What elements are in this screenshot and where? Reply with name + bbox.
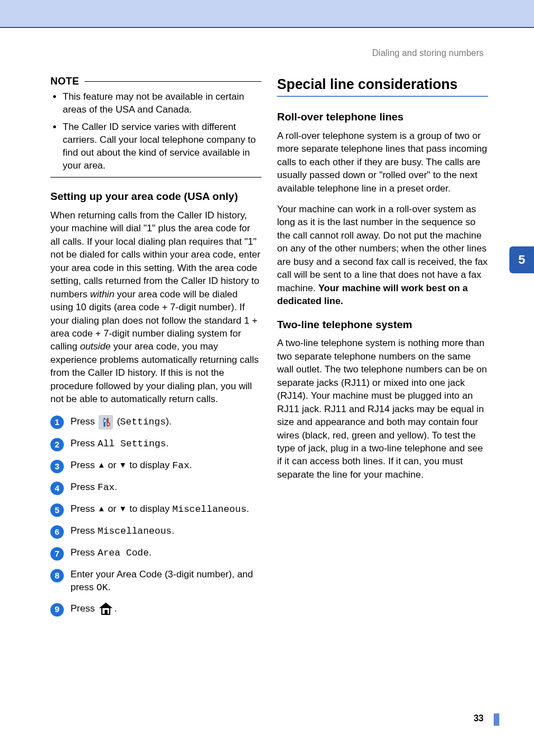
- rollover-p2: Your machine can work in a roll-over sys…: [277, 203, 488, 308]
- text: or: [105, 460, 119, 470]
- step-number: 6: [50, 525, 64, 539]
- menu-label: OK: [96, 582, 107, 593]
- page-content: NOTE This feature may not be available i…: [50, 76, 488, 624]
- menu-label: Miscellaneous: [97, 526, 172, 536]
- step-body: Press (Settings).: [71, 415, 261, 430]
- text: to display: [127, 460, 172, 470]
- step-5: 5 Press ▲ or ▼ to display Miscellaneous.: [50, 503, 261, 517]
- step-body: Enter your Area Code (3-digit number), a…: [71, 568, 261, 595]
- settings-label: Settings: [120, 417, 166, 427]
- text: ).: [166, 416, 171, 427]
- text-italic: outside: [80, 341, 111, 352]
- step-9: 9 Press .: [50, 603, 261, 617]
- text: Press: [71, 525, 97, 536]
- step-number: 2: [50, 438, 64, 451]
- text: Press: [71, 438, 97, 449]
- down-arrow-icon: ▼: [119, 504, 127, 513]
- step-body: Press All Settings.: [71, 437, 261, 451]
- step-7: 7 Press Area Code.: [50, 547, 261, 561]
- special-line-heading: Special line considerations: [277, 76, 488, 92]
- step-body: Press Miscellaneous.: [71, 525, 261, 538]
- note-heading: NOTE: [50, 76, 261, 87]
- home-icon: [99, 603, 113, 616]
- step-body: Press Area Code.: [71, 547, 261, 560]
- menu-label: Miscellaneous: [172, 504, 247, 515]
- step-number: 1: [50, 416, 64, 429]
- text: Press: [71, 547, 97, 558]
- step-4: 4 Press Fax.: [50, 481, 261, 495]
- step-2: 2 Press All Settings.: [50, 437, 261, 451]
- step-body: Press .: [71, 603, 261, 616]
- steps-list: 1 Press (Settings). 2 Press All Settings…: [50, 415, 261, 617]
- step-body: Press ▲ or ▼ to display Miscellaneous.: [71, 503, 261, 516]
- menu-label: Fax: [97, 482, 115, 493]
- text: When returning calls from the Caller ID …: [50, 210, 260, 300]
- menu-label: Fax: [172, 460, 190, 471]
- step-number: 3: [50, 460, 64, 473]
- step-8: 8 Enter your Area Code (3-digit number),…: [50, 568, 261, 595]
- text: .: [166, 438, 169, 449]
- text: .: [172, 525, 175, 536]
- text: .: [115, 482, 118, 492]
- step-6: 6 Press Miscellaneous.: [50, 525, 261, 539]
- note-item: The Caller ID service varies with differ…: [63, 121, 261, 172]
- top-band: [0, 0, 534, 27]
- text: Press: [71, 460, 97, 470]
- text: .: [114, 603, 117, 614]
- settings-icon: [99, 415, 113, 430]
- text: Press: [71, 416, 97, 427]
- twoline-p1: A two-line telephone system is nothing m…: [277, 337, 488, 481]
- text: to display: [127, 503, 172, 514]
- up-arrow-icon: ▲: [97, 504, 105, 513]
- up-arrow-icon: ▲: [97, 460, 105, 469]
- text: Press: [71, 603, 97, 614]
- text: Press: [71, 482, 97, 492]
- text: .: [246, 503, 249, 514]
- step-number: 8: [50, 569, 64, 582]
- text: Your machine can work in a roll-over sys…: [277, 204, 488, 293]
- chapter-tab: 5: [509, 246, 534, 273]
- step-number: 7: [50, 547, 64, 561]
- rollover-p1: A roll-over telephone system is a group …: [277, 129, 488, 195]
- note-item: This feature may not be available in cer…: [63, 91, 261, 116]
- right-column: Special line considerations Roll-over te…: [277, 76, 488, 624]
- text: .: [189, 460, 192, 470]
- twoline-heading: Two-line telephone system: [277, 318, 488, 332]
- area-code-body: When returning calls from the Caller ID …: [50, 209, 261, 406]
- rollover-heading: Roll-over telephone lines: [277, 110, 488, 124]
- note-list: This feature may not be available in cer…: [50, 91, 261, 172]
- step-body: Press Fax.: [71, 481, 261, 494]
- note-end-rule: [50, 177, 261, 178]
- top-rule: [0, 27, 534, 28]
- note-rule: [85, 81, 261, 82]
- text: Press: [71, 503, 97, 514]
- area-code-heading: Setting up your area code (USA only): [50, 190, 261, 203]
- text: .: [108, 582, 111, 592]
- step-number: 4: [50, 482, 64, 495]
- step-number: 5: [50, 503, 64, 517]
- step-body: Press ▲ or ▼ to display Fax.: [71, 459, 261, 473]
- text-italic: within: [90, 289, 114, 300]
- step-1: 1 Press (Settings).: [50, 415, 261, 430]
- page-number: 33: [474, 713, 484, 724]
- heading-rule: [277, 96, 488, 97]
- note-label: NOTE: [50, 76, 79, 87]
- page-tick: [494, 713, 499, 726]
- step-3: 3 Press ▲ or ▼ to display Fax.: [50, 459, 261, 473]
- left-column: NOTE This feature may not be available i…: [50, 76, 261, 624]
- breadcrumb: Dialing and storing numbers: [372, 48, 484, 58]
- text: (: [114, 416, 120, 427]
- text: .: [149, 547, 152, 558]
- down-arrow-icon: ▼: [119, 460, 127, 469]
- menu-label: All Settings: [97, 438, 166, 449]
- text: or: [105, 503, 119, 514]
- step-number: 9: [50, 603, 64, 617]
- menu-label: Area Code: [97, 548, 149, 558]
